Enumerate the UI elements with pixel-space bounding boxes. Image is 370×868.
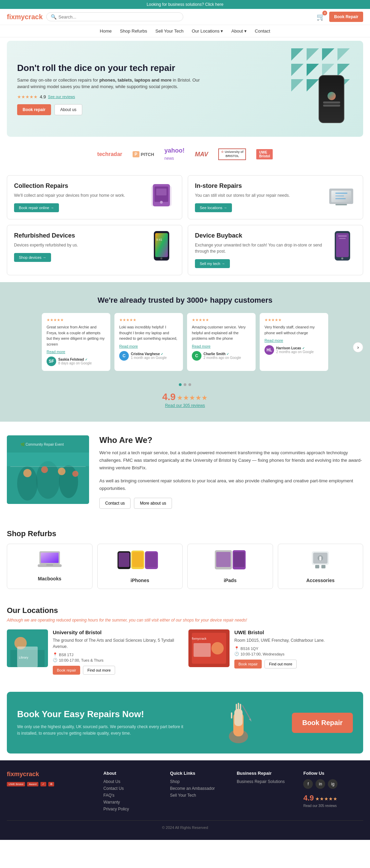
search-input[interactable] xyxy=(59,14,179,20)
ipads-label: iPads xyxy=(224,578,236,583)
svg-rect-62 xyxy=(321,565,325,568)
locations-heading: Our Locations xyxy=(7,606,363,615)
review-2-read-more[interactable]: Read more xyxy=(119,344,138,348)
verified-badge-3: ✓ xyxy=(226,352,229,356)
footer-badge-eco: ♻ xyxy=(48,782,54,786)
social-facebook-icon[interactable]: f xyxy=(303,779,313,789)
svg-rect-48 xyxy=(46,565,53,565)
banner-text: Looking for business solutions? Click he… xyxy=(147,2,223,7)
cta-book-repair-button[interactable]: Book Repair xyxy=(292,713,353,733)
search-bar[interactable]: 🔍 xyxy=(46,12,183,21)
footer-business-solutions-link[interactable]: Business Repair Solutions xyxy=(237,779,297,784)
footer-warranty-link[interactable]: Warranty xyxy=(103,800,163,805)
press-uwe: UWEBristol xyxy=(256,149,273,159)
hero-text: Don't roll the dice on your tech repair … xyxy=(17,63,202,115)
reviewer-2-info: Cristina Varghese ✓ 1 month ago on Googl… xyxy=(131,352,167,360)
reviewer-1-avatar: SF xyxy=(47,357,56,366)
hero-title: Don't roll the dice on your tech repair xyxy=(17,63,202,73)
svg-marker-7 xyxy=(337,64,350,76)
svg-text:fixmycrack: fixmycrack xyxy=(192,637,207,640)
svg-marker-0 xyxy=(291,48,304,61)
nav-shop-refurbs[interactable]: Shop Refurbs xyxy=(120,28,147,34)
service-buyback-img xyxy=(329,232,356,260)
refurb-grid: Macbooks iPhones xyxy=(7,544,363,589)
location-bristol-book-button[interactable]: Book repair xyxy=(53,666,80,675)
footer-badge-certified: ✓ xyxy=(40,782,46,786)
social-linkedin-icon[interactable]: in xyxy=(316,779,325,789)
read-all-reviews-link[interactable]: Read our 305 reviews xyxy=(165,403,205,408)
review-3-read-more[interactable]: Read more xyxy=(192,344,210,348)
contact-us-button[interactable]: Contact us xyxy=(99,498,131,509)
service-collection-button[interactable]: Book repair online → xyxy=(14,203,59,212)
press-techradar: techradar xyxy=(97,151,122,157)
reviewer-3-avatar: C xyxy=(192,351,201,361)
footer-privacy-link[interactable]: Privacy Policy xyxy=(103,807,163,811)
nav-about[interactable]: About ▾ xyxy=(231,28,247,34)
overall-rating-value: 4.9 xyxy=(162,391,176,402)
logo[interactable]: fixmycrack xyxy=(7,13,43,21)
service-refurbished-button[interactable]: Shop devices → xyxy=(14,253,51,262)
footer-shop-link[interactable]: Shop xyxy=(170,779,230,784)
location-uwe-find-button[interactable]: Find out more xyxy=(264,660,297,668)
location-bristol-hours: 🕐 10:00-17:00, Tues & Thurs xyxy=(53,658,182,662)
footer-sell-link[interactable]: Sell Your Tech xyxy=(170,793,230,798)
refurb-iphones[interactable]: iPhones xyxy=(97,544,183,589)
locations-notice: Although we are operating reduced openin… xyxy=(7,618,363,623)
reviews-next-button[interactable]: › xyxy=(353,342,363,352)
svg-rect-22 xyxy=(335,195,344,196)
review-4-read-more[interactable]: Read more xyxy=(264,338,283,342)
svg-rect-31 xyxy=(338,236,347,237)
hero-see-reviews-link[interactable]: See our reviews xyxy=(48,95,75,99)
svg-point-40 xyxy=(23,469,32,477)
refurb-accessories[interactable]: Accessories xyxy=(278,544,363,589)
hero-about-us-button[interactable]: About us xyxy=(54,104,82,115)
review-2-stars: ★★★★★ xyxy=(119,318,178,322)
press-logos: techradar P PITCH yahoo!news MAV ☆ Unive… xyxy=(0,140,370,168)
nav-our-locations[interactable]: Our Locations ▾ xyxy=(192,28,223,34)
footer-about-us-link[interactable]: About Us xyxy=(103,779,163,784)
svg-text:Library: Library xyxy=(19,656,28,659)
service-buyback-content: Device Buyback Exchange your unwanted te… xyxy=(195,232,329,268)
location-uwe-img: fixmycrack xyxy=(188,629,230,667)
accessories-label: Accessories xyxy=(306,578,335,583)
refurb-ipads[interactable]: iPads xyxy=(187,544,273,589)
reviews-row: ★★★★★ Great service from Archie and Frey… xyxy=(7,313,363,371)
reviewer-4-name: Harrison Lucas ✓ xyxy=(276,346,314,350)
svg-rect-80 xyxy=(240,704,241,712)
footer-about-col: About About Us Contact Us FAQ's Warranty… xyxy=(103,771,163,813)
review-1-read-more[interactable]: Read more xyxy=(47,350,65,354)
social-instagram-icon[interactable]: ig xyxy=(328,779,337,789)
review-4-stars: ★★★★★ xyxy=(264,318,323,322)
header-book-repair-button[interactable]: Book Repair xyxy=(329,12,363,22)
more-about-us-button[interactable]: More about us xyxy=(134,498,172,509)
service-buyback-button[interactable]: Sell my tech → xyxy=(195,259,230,268)
location-bristol-find-button[interactable]: Find out more xyxy=(83,666,115,675)
reviewer-2-name: Cristina Varghese ✓ xyxy=(131,352,167,356)
nav-sell-your-tech[interactable]: Sell Your Tech xyxy=(156,28,184,34)
cart-icon[interactable]: 🛒 0 xyxy=(317,13,325,21)
top-banner[interactable]: Looking for business solutions? Click he… xyxy=(0,0,370,9)
svg-rect-58 xyxy=(234,552,245,567)
location-uwe-info: UWE Bristol Room 1D015, UWE Frenchay, Co… xyxy=(234,629,325,668)
location-uwe-book-button[interactable]: Book repair xyxy=(234,660,262,668)
service-instore-button[interactable]: See locations → xyxy=(195,203,232,212)
reviewer-2-meta: 1 month ago on Google xyxy=(131,356,167,360)
verified-badge-4: ✓ xyxy=(302,347,305,350)
footer-ambassador-link[interactable]: Become an Ambassador xyxy=(170,786,230,791)
nav-home[interactable]: Home xyxy=(100,28,112,34)
reviewer-3: C Charlie Smith ✓ 2 months ago on Google xyxy=(192,351,251,361)
svg-rect-64 xyxy=(319,556,321,560)
svg-text:🌿 Community Repair Event: 🌿 Community Repair Event xyxy=(21,442,64,447)
review-card-2: ★★★★★ Loki was incredibly helpful! I tho… xyxy=(114,313,183,371)
svg-point-43 xyxy=(72,471,78,477)
hero-book-repair-button[interactable]: Book repair xyxy=(17,104,51,115)
service-refurbished-title: Refurbished Devices xyxy=(14,232,78,239)
nav-contact[interactable]: Contact xyxy=(255,28,270,34)
footer-business-heading: Business Repair xyxy=(237,771,297,776)
footer-contact-us-link[interactable]: Contact Us xyxy=(103,786,163,791)
svg-rect-79 xyxy=(238,703,239,712)
review-1-stars: ★★★★★ xyxy=(47,318,106,322)
footer-faqs-link[interactable]: FAQ's xyxy=(103,793,163,798)
hero-visual xyxy=(284,55,353,123)
refurb-macbooks[interactable]: Macbooks xyxy=(7,544,92,589)
